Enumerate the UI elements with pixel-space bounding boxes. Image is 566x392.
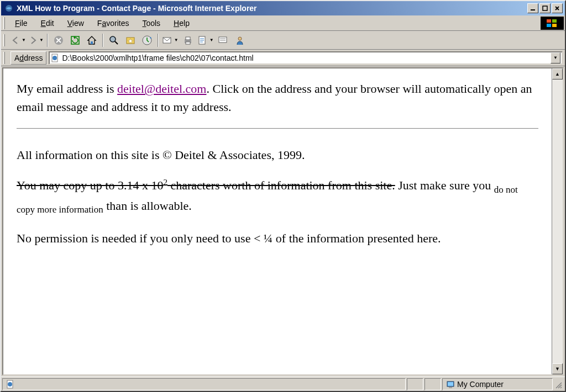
- address-dropdown-button[interactable]: ▼: [551, 52, 560, 63]
- resize-grip[interactable]: [554, 378, 564, 390]
- status-pane-2: [424, 378, 441, 390]
- rebar-handle-2[interactable]: [3, 34, 5, 46]
- print-button[interactable]: [181, 33, 195, 47]
- strikethrough-text: You may copy up to 3.14 x 102 characters…: [17, 178, 395, 192]
- svg-rect-9: [91, 41, 93, 44]
- chevron-down-icon: ▼: [209, 38, 214, 43]
- home-button[interactable]: [85, 33, 99, 47]
- menu-edit[interactable]: Edit: [34, 17, 61, 30]
- svg-rect-2: [543, 6, 547, 10]
- status-message: [2, 378, 406, 390]
- security-zone: My Computer: [442, 378, 553, 390]
- svg-rect-1: [531, 9, 535, 10]
- refresh-button[interactable]: [68, 33, 82, 47]
- status-pane-1: [407, 378, 423, 390]
- page-content: My email address is deitel@deitel.com. C…: [3, 68, 552, 374]
- scroll-down-button[interactable]: ▼: [552, 363, 563, 374]
- menu-help[interactable]: Help: [167, 17, 196, 30]
- toolbar: ▼ ▼ ▼ ▼: [1, 31, 565, 50]
- minimize-button[interactable]: [527, 3, 538, 13]
- chevron-down-icon: ▼: [174, 38, 179, 43]
- address-value: D:\Books\2000\xmlhtp1\frame files\ch02\0…: [62, 54, 551, 62]
- menu-favorites[interactable]: Favorites: [91, 17, 136, 30]
- chevron-down-icon: ▼: [39, 38, 44, 43]
- rebar-handle[interactable]: [3, 17, 5, 29]
- titlebar: XML How to Program - Contact Page - Micr…: [1, 1, 565, 15]
- copyright-text: All information on this site is © Deitel…: [17, 146, 538, 164]
- menu-view[interactable]: View: [61, 17, 91, 30]
- windows-logo: [541, 17, 564, 30]
- browser-window: XML How to Program - Contact Page - Micr…: [0, 0, 566, 392]
- email-link[interactable]: deitel@deitel.com: [117, 82, 206, 96]
- svg-rect-18: [186, 42, 190, 44]
- horizontal-rule: [17, 128, 538, 129]
- menu-tools[interactable]: Tools: [135, 17, 167, 30]
- window-controls: [527, 3, 563, 13]
- messenger-button[interactable]: [233, 33, 247, 47]
- svg-point-25: [8, 382, 12, 386]
- svg-rect-20: [219, 37, 227, 43]
- close-button[interactable]: [552, 3, 563, 13]
- copy-policy-paragraph: You may copy up to 3.14 x 102 characters…: [17, 176, 538, 217]
- toolbar-separator: [47, 34, 48, 47]
- toolbar-separator: [158, 34, 159, 47]
- computer-icon: [446, 380, 455, 389]
- svg-point-11: [110, 36, 116, 42]
- svg-rect-3: [547, 19, 551, 23]
- back-button[interactable]: ▼: [11, 33, 26, 47]
- discuss-button[interactable]: [216, 33, 230, 47]
- svg-rect-4: [552, 19, 557, 23]
- scroll-up-button[interactable]: ▲: [552, 68, 563, 80]
- search-button[interactable]: [107, 33, 121, 47]
- vertical-scrollbar[interactable]: ▲ ▼: [552, 68, 563, 374]
- svg-rect-5: [547, 24, 551, 27]
- forward-button[interactable]: ▼: [28, 33, 44, 47]
- addressbar: Address D:\Books\2000\xmlhtp1\frame file…: [1, 50, 565, 66]
- scroll-track[interactable]: [552, 80, 563, 363]
- address-label: Address: [11, 51, 46, 65]
- content-area: My email address is deitel@deitel.com. C…: [2, 67, 564, 375]
- svg-point-21: [238, 37, 242, 40]
- chevron-down-icon: ▼: [22, 38, 26, 43]
- menu-file[interactable]: File: [8, 17, 34, 30]
- svg-point-23: [53, 56, 57, 60]
- stop-button[interactable]: [51, 33, 66, 47]
- intro-paragraph: My email address is deitel@deitel.com. C…: [17, 80, 538, 116]
- svg-rect-17: [186, 37, 190, 40]
- svg-rect-6: [552, 24, 557, 27]
- favorites-button[interactable]: [123, 33, 138, 47]
- maximize-button[interactable]: [539, 3, 551, 13]
- page-icon: [6, 380, 15, 389]
- page-icon: [51, 54, 60, 62]
- toolbar-separator: [102, 34, 103, 47]
- ie-icon: [4, 4, 13, 13]
- permission-text: No permission is needed if you only need…: [17, 229, 538, 247]
- rebar-handle-3[interactable]: [3, 52, 5, 64]
- svg-rect-28: [449, 387, 452, 388]
- statusbar: My Computer: [1, 377, 565, 391]
- window-title: XML How to Program - Contact Page - Micr…: [15, 4, 527, 13]
- edit-button[interactable]: ▼: [197, 33, 214, 47]
- menubar: File Edit View Favorites Tools Help: [1, 15, 565, 31]
- address-input[interactable]: D:\Books\2000\xmlhtp1\frame files\ch02\0…: [49, 51, 563, 65]
- svg-rect-27: [448, 382, 453, 386]
- mail-button[interactable]: ▼: [162, 33, 179, 47]
- history-button[interactable]: [140, 33, 154, 47]
